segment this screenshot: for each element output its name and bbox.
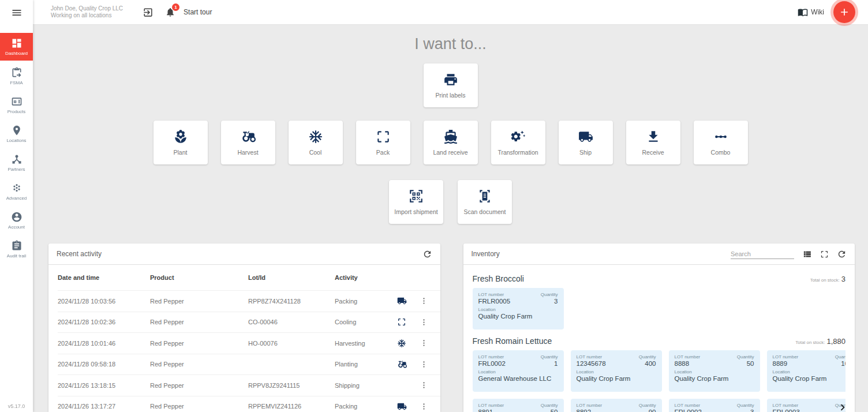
sidebar-item-label: Partners <box>8 167 25 172</box>
inventory-panel: Inventory Fresh Broccoli <box>463 244 855 412</box>
action-label: Ship <box>579 149 592 156</box>
action-card-land-receive[interactable]: Land receive <box>424 121 478 164</box>
action-label: Harvest <box>237 149 258 156</box>
account-icon <box>11 211 23 223</box>
table-row[interactable]: 2024/11/28 10:03:56 Red Pepper RPP8Z74X2… <box>58 290 440 312</box>
action-card-import-shipment[interactable]: Import shipment <box>389 180 443 224</box>
table-row[interactable]: 2024/11/26 13:17:27 Red Pepper RPPEMVIZ2… <box>58 396 440 412</box>
wiki-link[interactable]: Wiki <box>798 7 824 17</box>
action-label: Combo <box>711 149 731 156</box>
row-menu-button[interactable] <box>412 381 435 389</box>
action-label: Print labels <box>436 92 466 99</box>
sidebar-item-audit-trail[interactable]: Audit trail <box>0 235 33 264</box>
notification-badge: 1 <box>172 3 179 11</box>
kebab-icon <box>420 402 428 411</box>
row-menu-button[interactable] <box>412 360 435 369</box>
action-card-transformation[interactable]: Transformation <box>491 121 545 164</box>
quantity-label: Quantity <box>541 354 558 359</box>
plus-icon <box>839 6 850 18</box>
sidebar-item-partners[interactable]: Partners <box>0 148 33 177</box>
notifications-button[interactable]: 1 <box>165 7 175 17</box>
start-tour-link[interactable]: Start tour <box>184 8 212 16</box>
sidebar-item-locations[interactable]: Locations <box>0 119 33 148</box>
action-card-combo[interactable]: Combo <box>694 121 748 164</box>
cell-activity: Cooling <box>335 319 391 325</box>
quantity-label: Quantity <box>541 403 558 408</box>
sidebar-item-account[interactable]: Account <box>0 206 33 235</box>
quantity-value: 50 <box>541 409 558 412</box>
lot-card[interactable]: LOT number8888 Quantity50 Location Quali… <box>669 350 760 392</box>
action-card-harvest[interactable]: Harvest <box>221 121 275 164</box>
column-header: Lot/Id <box>248 274 335 281</box>
lot-card[interactable]: LOT number8891 Quantity50 Location <box>473 399 564 412</box>
snowflake-icon[interactable] <box>397 339 406 348</box>
lot-card[interactable]: LOT number12345678 Quantity400 Location … <box>571 350 662 392</box>
menu-button[interactable] <box>0 0 33 25</box>
truck-icon[interactable] <box>397 296 407 306</box>
sidebar-item-advanced[interactable]: Advanced <box>0 177 33 206</box>
action-card-ship[interactable]: Ship <box>559 121 613 164</box>
cell-product: Red Pepper <box>150 298 248 305</box>
row-menu-button[interactable] <box>412 318 435 327</box>
lot-card[interactable]: LOT numberFRLR0005 Quantity3 Location Qu… <box>473 288 564 329</box>
inventory-group-header: Fresh Romain Lettuce Total on stock:1,88… <box>473 336 846 346</box>
sidebar-item-products[interactable]: Products <box>0 91 33 119</box>
dashboard-icon <box>11 38 23 49</box>
action-card-scan-document[interactable]: Scan document <box>458 180 512 224</box>
lot-card[interactable]: LOT numberFRL0002 Quantity1 Location Gen… <box>473 350 564 392</box>
lot-card[interactable]: LOT numberFRL0002 Quantity3 Location <box>669 399 760 412</box>
quantity-label: Quantity <box>737 354 754 359</box>
refresh-icon <box>422 249 432 259</box>
network-icon <box>11 153 23 165</box>
table-row[interactable]: 2024/11/28 09:58:18 Red Pepper Planting <box>58 354 440 375</box>
quantity-label: Quantity <box>541 292 558 297</box>
quantity-label: Quantity <box>639 403 656 408</box>
row-menu-button[interactable] <box>412 297 435 305</box>
table-row[interactable]: 2024/11/28 10:02:36 Red Pepper CO-00046 … <box>58 312 440 333</box>
lot-number-value: FRL0002 <box>478 360 506 367</box>
row-menu-button[interactable] <box>412 402 435 411</box>
expand-button[interactable] <box>820 249 829 259</box>
page-title: I want to... <box>33 35 868 53</box>
table-row[interactable]: 2024/11/26 13:18:15 Red Pepper RPPV8JZ92… <box>58 374 440 396</box>
action-card-pack[interactable]: Pack <box>356 121 410 164</box>
location-value: General Warehouse LLC <box>478 375 558 382</box>
action-card-plant[interactable]: Plant <box>154 121 208 164</box>
lot-card-row: LOT numberFRL0002 Quantity1 Location Gen… <box>473 350 846 392</box>
product-name: Fresh Romain Lettuce <box>473 336 552 346</box>
pack-brackets-icon[interactable] <box>397 317 406 327</box>
quantity-label: Quantity <box>639 354 656 359</box>
action-card-cool[interactable]: Cool <box>289 121 343 164</box>
truck-icon <box>578 129 593 144</box>
action-label: Scan document <box>464 208 506 215</box>
flower-icon <box>173 129 188 144</box>
logout-button[interactable] <box>143 7 154 18</box>
table-row[interactable]: 2024/11/28 10:01:46 Red Pepper HO-00076 … <box>58 332 440 354</box>
app-version: v5.17.0 <box>0 400 33 412</box>
refresh-button[interactable] <box>837 249 847 259</box>
sidebar-item-dashboard[interactable]: Dashboard <box>0 33 33 61</box>
tractor-icon[interactable] <box>397 359 407 369</box>
lot-card[interactable]: LOT number8892 Quantity90 Location <box>571 399 662 412</box>
refresh-button[interactable] <box>422 249 432 259</box>
list-view-button[interactable] <box>802 249 812 259</box>
truck-icon[interactable] <box>397 402 407 411</box>
lot-card[interactable]: LOT numberFRL0003 Quantity48 Location <box>767 399 846 412</box>
user-scope: Working on all locations <box>51 12 123 20</box>
sidebar-item-fsma[interactable]: FSMA <box>0 62 33 91</box>
sidebar-item-label: Locations <box>6 138 26 143</box>
lot-card[interactable]: LOT number8889 Quantity100 Location Qual… <box>767 350 846 392</box>
cell-lot: RPPV8JZ9241115 <box>248 382 335 389</box>
search-input[interactable] <box>731 249 794 259</box>
user-info: John Doe, Quality Crop LLC Working on al… <box>51 5 123 20</box>
action-card-print-labels[interactable]: Print labels <box>424 63 478 107</box>
book-icon <box>798 7 808 17</box>
add-button[interactable] <box>833 1 855 23</box>
download-icon <box>646 129 661 144</box>
lot-number-label: LOT number <box>577 403 603 408</box>
list-view-icon <box>802 249 812 259</box>
action-card-receive[interactable]: Receive <box>626 121 680 164</box>
kebab-icon <box>420 339 428 347</box>
carousel-next-button[interactable] <box>835 400 850 412</box>
row-menu-button[interactable] <box>412 339 435 347</box>
